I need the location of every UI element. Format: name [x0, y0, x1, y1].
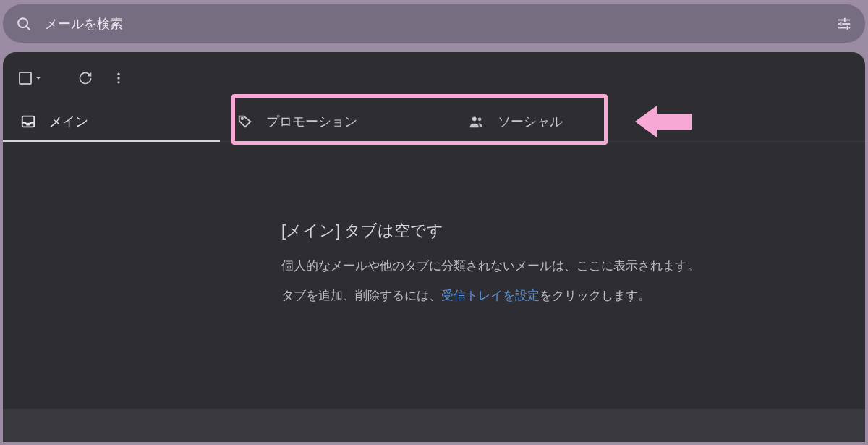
- empty-title: [メイン] タブは空です: [281, 220, 865, 242]
- tab-promotions-label: プロモーション: [266, 113, 357, 130]
- toolbar: [3, 52, 865, 101]
- svg-point-11: [117, 73, 119, 75]
- svg-point-12: [117, 77, 119, 79]
- tag-icon: [237, 114, 253, 130]
- tab-main[interactable]: メイン: [3, 101, 220, 141]
- inbox-tabs: メイン プロモーション ソーシャル: [3, 101, 865, 142]
- inbox-icon: [20, 114, 36, 130]
- svg-rect-6: [842, 23, 850, 25]
- empty-description: 個人的なメールや他のタブに分類されないメールは、ここに表示されます。: [281, 258, 865, 274]
- svg-point-16: [472, 116, 477, 121]
- chevron-down-icon: [33, 73, 43, 83]
- people-icon: [469, 114, 485, 130]
- svg-rect-3: [846, 19, 851, 20]
- svg-point-13: [117, 81, 119, 83]
- svg-rect-7: [841, 22, 842, 26]
- svg-point-0: [18, 18, 27, 27]
- empty-state: [メイン] タブは空です 個人的なメールや他のタブに分類されないメールは、ここに…: [3, 142, 865, 304]
- main-panel: メイン プロモーション ソーシャル [メイン: [3, 52, 865, 442]
- tab-social[interactable]: ソーシャル: [451, 101, 610, 141]
- svg-point-15: [242, 117, 243, 119]
- svg-rect-2: [838, 19, 844, 20]
- more-options-button[interactable]: [106, 65, 132, 91]
- svg-rect-8: [838, 27, 847, 28]
- svg-rect-4: [844, 17, 846, 22]
- refresh-button[interactable]: [72, 65, 98, 91]
- svg-line-1: [26, 26, 30, 30]
- empty-instruction-post: をクリックします。: [540, 289, 650, 302]
- tab-main-label: メイン: [49, 113, 88, 130]
- empty-instruction-pre: タブを追加、削除するには、: [281, 289, 441, 302]
- search-placeholder: メールを検索: [45, 15, 836, 33]
- svg-point-17: [478, 117, 482, 121]
- search-bar[interactable]: メールを検索: [3, 4, 865, 43]
- svg-rect-9: [848, 27, 850, 28]
- tab-social-label: ソーシャル: [498, 113, 563, 130]
- search-icon: [16, 16, 32, 32]
- inbox-settings-link[interactable]: 受信トレイを設定: [441, 289, 540, 302]
- tab-promotions[interactable]: プロモーション: [220, 101, 451, 141]
- bottom-strip: [3, 409, 865, 442]
- search-options-icon[interactable]: [836, 16, 852, 32]
- svg-rect-10: [847, 25, 848, 30]
- empty-instruction: タブを追加、削除するには、受信トレイを設定をクリックします。: [281, 287, 865, 304]
- select-all-checkbox[interactable]: [16, 69, 46, 88]
- svg-rect-5: [838, 23, 841, 25]
